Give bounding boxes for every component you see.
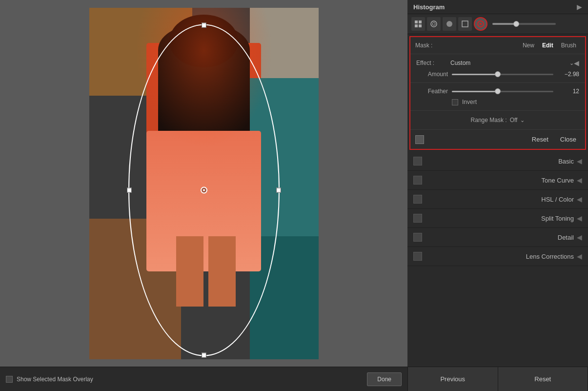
panel-item-label-basic: Basic — [426, 158, 574, 165]
range-mask-value: Off — [510, 117, 518, 123]
panel-item-icon-hsl-color — [413, 195, 422, 204]
mask-new-button[interactable]: New — [519, 41, 538, 50]
invert-checkbox[interactable] — [452, 99, 458, 105]
effect-row: Effect : Custom ⌄ ◀ — [416, 59, 579, 67]
feather-section: Feather 12 Invert — [410, 83, 585, 111]
bottom-right-panel: Previous Reset — [407, 367, 588, 391]
invert-label: Invert — [462, 99, 477, 105]
reset-button[interactable]: Reset — [528, 134, 552, 145]
histogram-title: Histogram — [413, 3, 445, 11]
panel-item-icon-tone-curve — [413, 176, 422, 185]
amount-slider-thumb[interactable] — [495, 71, 501, 77]
panel-item-icon-lens-corrections — [413, 252, 422, 261]
feather-slider-thumb[interactable] — [495, 88, 501, 94]
panel-item-detail[interactable]: Detail ◀ — [407, 228, 588, 247]
svg-rect-2 — [415, 24, 418, 27]
previous-button[interactable]: Previous — [408, 367, 498, 391]
radial-gradient-button[interactable] — [443, 17, 456, 31]
right-panel: Histogram ▶ — [407, 0, 588, 367]
feather-slider[interactable] — [452, 91, 553, 92]
svg-point-5 — [432, 22, 435, 25]
range-mask-label: Range Mask : — [471, 117, 507, 123]
panel-item-icon-detail — [413, 233, 422, 242]
bottom-row: Show Selected Mask Overlay Done Previous… — [0, 367, 588, 391]
panel-item-lens-corrections[interactable]: Lens Corrections ◀ — [407, 247, 588, 266]
radial-filter-button[interactable] — [474, 17, 487, 31]
canvas-area — [0, 0, 407, 367]
panel-chevron-lens-corrections: ◀ — [577, 252, 582, 260]
done-button[interactable]: Done — [367, 372, 402, 386]
panel-chevron-split-toning: ◀ — [577, 214, 582, 222]
panel-item-split-toning[interactable]: Split Toning ◀ — [407, 209, 588, 228]
histogram-header: Histogram ▶ — [407, 0, 588, 14]
panel-item-hsl-color[interactable]: HSL / Color ◀ — [407, 190, 588, 209]
panels-list: Basic ◀ Tone Curve ◀ HSL / Color ◀ Split… — [407, 152, 588, 266]
bottom-bar: Show Selected Mask Overlay Done — [0, 367, 407, 391]
panel-item-label-tone-curve: Tone Curve — [426, 177, 574, 184]
toolbar-slider-thumb[interactable] — [513, 21, 519, 27]
show-mask-checkbox[interactable] — [6, 376, 13, 383]
range-mask-section: Range Mask : Off ⌄ — [410, 111, 585, 130]
close-button[interactable]: Close — [556, 134, 580, 145]
mask-label: Mask : — [415, 42, 519, 49]
range-mask-dropdown-icon[interactable]: ⌄ — [520, 117, 525, 123]
amount-label: Amount — [416, 71, 448, 78]
effect-section: Effect : Custom ⌄ ◀ Amount −2.98 — [410, 54, 585, 83]
svg-rect-3 — [419, 24, 422, 27]
histogram-collapse-icon[interactable]: ▶ — [577, 3, 582, 11]
invert-row: Invert — [416, 99, 579, 105]
panel-item-label-split-toning: Split Toning — [426, 215, 574, 222]
amount-row: Amount −2.98 — [416, 71, 579, 78]
grid-tool-button[interactable] — [411, 17, 425, 31]
panel-item-icon-split-toning — [413, 214, 422, 223]
svg-point-9 — [480, 23, 482, 25]
mask-edit-button[interactable]: Edit — [538, 41, 557, 50]
panel-item-label-lens-corrections: Lens Corrections — [426, 253, 574, 260]
feather-row: Feather 12 — [416, 88, 579, 95]
mask-brush-button[interactable]: Brush — [557, 41, 580, 50]
feather-label: Feather — [416, 88, 448, 95]
svg-point-6 — [446, 21, 452, 27]
panel-chevron-tone-curve: ◀ — [577, 176, 582, 184]
panel-item-icon-basic — [413, 157, 422, 165]
svg-rect-1 — [419, 21, 422, 23]
mask-thumbnail-icon — [415, 135, 424, 144]
panel-item-label-hsl-color: HSL / Color — [426, 196, 574, 203]
mask-header-row: Mask : New Edit Brush — [410, 37, 585, 54]
amount-value: −2.98 — [557, 71, 579, 78]
panel-chevron-detail: ◀ — [577, 233, 582, 241]
panel-item-tone-curve[interactable]: Tone Curve ◀ — [407, 171, 588, 190]
linear-gradient-button[interactable] — [427, 17, 441, 31]
effect-dropdown-icon[interactable]: ⌄ — [569, 60, 574, 66]
panel-chevron-basic: ◀ — [577, 157, 582, 165]
svg-point-4 — [431, 21, 437, 27]
feather-value: 12 — [557, 88, 579, 95]
svg-rect-7 — [462, 21, 468, 27]
panel-item-label-detail: Detail — [426, 234, 574, 241]
show-mask-label: Show Selected Mask Overlay — [17, 376, 367, 383]
photo-container — [89, 8, 319, 359]
panel-chevron-hsl-color: ◀ — [577, 195, 582, 203]
reset-close-row: Reset Close — [410, 130, 585, 149]
effect-label: Effect : — [416, 60, 450, 66]
toolbar-slider[interactable] — [492, 23, 556, 25]
bottom-reset-button[interactable]: Reset — [498, 367, 588, 391]
mask-panel: Mask : New Edit Brush Effect : Custom ⌄ … — [409, 36, 586, 150]
svg-rect-0 — [415, 21, 418, 23]
effect-value[interactable]: Custom — [450, 60, 569, 66]
toolbar — [407, 14, 588, 34]
amount-slider[interactable] — [452, 74, 553, 75]
panel-item-basic[interactable]: Basic ◀ — [407, 152, 588, 171]
toolbar-slider-area — [489, 23, 584, 25]
brush-tool-button[interactable] — [458, 17, 472, 31]
effect-back-icon[interactable]: ◀ — [574, 59, 579, 67]
